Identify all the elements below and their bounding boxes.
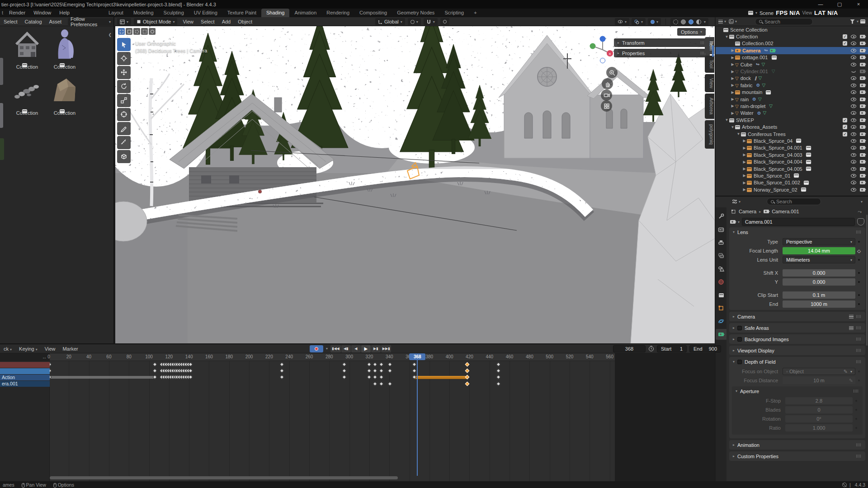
add-cube-tool-button[interactable]: [117, 150, 131, 163]
keyframe[interactable]: [412, 362, 416, 367]
disable-render-camera-icon[interactable]: [860, 132, 865, 136]
timeline-ruler[interactable]: 0204060801001201401601802002202402602803…: [50, 353, 615, 361]
cursor-tool-button[interactable]: [117, 52, 131, 65]
workspace-tab-rendering[interactable]: Rendering: [321, 9, 354, 17]
data-name-field[interactable]: Camera.001: [742, 218, 855, 226]
disable-render-camera-icon[interactable]: [860, 167, 865, 171]
outliner-row[interactable]: Scene Collection: [716, 26, 868, 33]
panel-header-depth-of-field[interactable]: ▾Depth of Field: [729, 357, 865, 366]
panel-header-animation[interactable]: ▸Animation: [729, 440, 865, 450]
outliner-row[interactable]: ▶Black_Spruce_04.005: [716, 165, 868, 172]
hide-viewport-eye-icon[interactable]: [851, 132, 856, 136]
disable-render-camera-icon[interactable]: [860, 49, 865, 52]
tweak-select-button[interactable]: [118, 28, 125, 35]
property-field-focal-length[interactable]: 14.04 mm: [783, 247, 855, 254]
property-field-y[interactable]: 0.000: [783, 278, 855, 286]
animate-property-dot[interactable]: [853, 427, 860, 429]
expand-channels-icon[interactable]: ↔: [42, 355, 47, 360]
property-field-clip-start[interactable]: 0.1 m: [783, 291, 855, 299]
disable-render-camera-icon[interactable]: [860, 104, 865, 108]
add-workspace-button[interactable]: +: [469, 9, 481, 17]
held-keyframe-bar[interactable]: [50, 376, 155, 379]
asset-item[interactable]: Collection: [8, 27, 46, 70]
outliner-row[interactable]: ▶Black_Spruce_04: [716, 137, 868, 144]
sidebar-tab-view[interactable]: View: [705, 74, 714, 93]
workspace-tab-scripting[interactable]: Scripting: [439, 9, 469, 17]
disable-render-camera-icon[interactable]: [860, 125, 865, 129]
panel-grip[interactable]: [856, 349, 862, 352]
asset-item[interactable]: Collection: [46, 27, 84, 70]
play-reverse-button[interactable]: ◀: [351, 345, 361, 352]
keyframe[interactable]: [379, 369, 383, 373]
exclude-checkbox[interactable]: ✓: [843, 41, 847, 46]
hide-viewport-eye-icon[interactable]: [851, 146, 856, 150]
outliner-row[interactable]: ▶Black_Spruce_04.001: [716, 145, 868, 151]
frame-end-field[interactable]: End900: [689, 345, 721, 352]
workspace-tab-modeling[interactable]: Modeling: [128, 9, 159, 17]
hide-viewport-eye-icon[interactable]: [851, 104, 856, 108]
channel-row-era-001[interactable]: era.001: [0, 381, 50, 387]
asset-thumb-clipped[interactable]: [0, 58, 3, 85]
keyframe[interactable]: [280, 362, 284, 367]
property-field-end[interactable]: 1000 m: [783, 300, 855, 308]
next-keyframe-button[interactable]: ▶▮: [371, 345, 381, 352]
keyframe[interactable]: [373, 369, 377, 373]
viewport-menu-object[interactable]: Object: [234, 19, 256, 24]
workspace-tab-texture-paint[interactable]: Texture Paint: [222, 9, 261, 17]
outliner-row[interactable]: ▼Arborea_Assets✓: [716, 123, 868, 130]
panel-grip[interactable]: [856, 315, 862, 318]
property-field-lens-unit[interactable]: Millimeters: [783, 256, 855, 263]
panel-grip[interactable]: [856, 230, 862, 234]
transform-orientation-dropdown[interactable]: Global▾: [375, 18, 405, 25]
keyframe[interactable]: [50, 362, 52, 367]
asset-item[interactable]: Collection: [46, 73, 84, 116]
workspace-tab-layout[interactable]: Layout: [104, 9, 128, 17]
hide-viewport-eye-icon[interactable]: [851, 160, 856, 164]
sidebar-tab-tool[interactable]: Tool: [705, 56, 714, 72]
animate-property-dot[interactable]: [855, 259, 863, 261]
hide-viewport-eye-icon[interactable]: [851, 63, 856, 66]
properties-editor-type[interactable]: ▾: [732, 199, 741, 204]
3d-viewport[interactable]: User Orthographic (368) Deciduous Trees …: [115, 26, 715, 343]
solid-shading-button[interactable]: [681, 19, 686, 24]
outliner-row[interactable]: ▶▽rain⚙▽: [716, 96, 868, 103]
transform-panel-collapsed[interactable]: ▸Transform: [614, 38, 710, 47]
transform-tool-button[interactable]: [117, 108, 131, 121]
hide-viewport-eye-icon[interactable]: [851, 70, 856, 73]
keyframe[interactable]: [465, 382, 470, 386]
exclude-checkbox[interactable]: ✓: [843, 125, 847, 129]
toggle-perspective-button[interactable]: [601, 100, 612, 112]
animate-property-dot[interactable]: [853, 409, 860, 411]
workspace-tab-shading[interactable]: Shading: [261, 9, 289, 17]
panel-grip[interactable]: [856, 455, 862, 458]
hide-viewport-eye-icon[interactable]: [851, 188, 856, 192]
panel-header-background-images[interactable]: ▸Background Images: [729, 334, 865, 344]
minimize-button[interactable]: —: [811, 0, 830, 9]
menu-render[interactable]: Render: [5, 9, 29, 17]
timeline-horizontal-scrollbar[interactable]: [50, 476, 398, 479]
keyframe[interactable]: [342, 375, 346, 380]
disable-render-camera-icon[interactable]: [860, 35, 865, 38]
hide-viewport-eye-icon[interactable]: [851, 42, 856, 45]
properties-tab-tool[interactable]: [716, 211, 726, 222]
shading-options-dropdown[interactable]: ▾: [704, 20, 706, 24]
asset-thumb-clipped[interactable]: [0, 138, 4, 160]
disable-render-camera-icon[interactable]: [860, 111, 865, 115]
keyframe[interactable]: [152, 369, 157, 373]
jump-start-button[interactable]: ▮◀◀: [330, 345, 341, 352]
animate-property-dot[interactable]: [855, 371, 863, 372]
property-field-shift-x[interactable]: 0.000: [783, 269, 855, 277]
timeline-menu-view[interactable]: View: [41, 346, 59, 352]
hide-viewport-eye-icon[interactable]: [851, 174, 856, 178]
disable-render-camera-icon[interactable]: [860, 84, 865, 87]
outliner-filter-type[interactable]: ▾: [729, 19, 737, 24]
animate-property-dot[interactable]: [855, 294, 863, 296]
property-field-type[interactable]: Perspective: [783, 238, 855, 245]
playhead-line[interactable]: [417, 353, 418, 476]
panel-checkbox[interactable]: [737, 337, 742, 342]
mode-dropdown[interactable]: Object Mode▾: [134, 18, 177, 25]
frame-start-field[interactable]: Start1: [657, 345, 687, 352]
outliner-row[interactable]: ▼Coniferous Trees✓: [716, 131, 868, 137]
auto-keying-toggle[interactable]: [310, 345, 323, 352]
outliner-row[interactable]: ▼Collection✓: [716, 33, 868, 40]
